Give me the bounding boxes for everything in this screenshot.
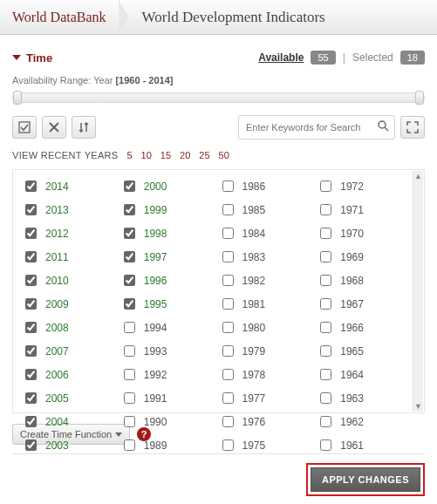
year-item[interactable]: 2010 xyxy=(18,271,117,289)
apply-changes-button[interactable]: APPLY CHANGES xyxy=(311,467,420,492)
year-checkbox[interactable] xyxy=(124,228,135,239)
slider-handle-left[interactable] xyxy=(13,91,22,105)
year-item[interactable]: 1991 xyxy=(117,389,215,407)
year-checkbox[interactable] xyxy=(320,345,331,357)
select-all-button[interactable] xyxy=(12,116,37,139)
year-item[interactable]: 1968 xyxy=(313,271,412,289)
year-checkbox[interactable] xyxy=(320,228,331,239)
search-icon[interactable] xyxy=(378,120,389,134)
recent-option[interactable]: 20 xyxy=(180,150,190,160)
expand-button[interactable] xyxy=(400,116,425,139)
recent-option[interactable]: 15 xyxy=(160,150,171,160)
recent-option[interactable]: 50 xyxy=(219,150,229,160)
year-checkbox[interactable] xyxy=(124,275,135,286)
year-item[interactable]: 2007 xyxy=(18,342,117,360)
year-checkbox[interactable] xyxy=(222,345,234,357)
year-item[interactable]: 1964 xyxy=(313,365,412,384)
scrollbar[interactable]: ▲ ▼ xyxy=(413,171,423,412)
year-item[interactable]: 1966 xyxy=(313,318,412,337)
year-checkbox[interactable] xyxy=(124,392,135,404)
year-item[interactable]: 1969 xyxy=(313,248,412,266)
year-checkbox[interactable] xyxy=(222,322,234,333)
search-input[interactable] xyxy=(244,121,378,133)
year-checkbox[interactable] xyxy=(222,416,234,427)
year-checkbox[interactable] xyxy=(222,180,234,192)
year-checkbox[interactable] xyxy=(320,392,331,404)
year-item[interactable]: 1962 xyxy=(313,412,412,431)
year-item[interactable]: 1979 xyxy=(215,342,314,360)
year-checkbox[interactable] xyxy=(25,322,37,333)
brand-title[interactable]: World DataBank xyxy=(0,0,119,34)
year-item[interactable]: 1994 xyxy=(117,318,215,337)
year-checkbox[interactable] xyxy=(320,275,331,286)
year-checkbox[interactable] xyxy=(25,251,37,262)
year-item[interactable]: 1975 xyxy=(215,436,314,454)
year-checkbox[interactable] xyxy=(124,251,135,262)
year-checkbox[interactable] xyxy=(320,439,331,451)
year-checkbox[interactable] xyxy=(222,392,234,404)
scroll-down-icon[interactable]: ▼ xyxy=(413,401,423,412)
year-item[interactable]: 1981 xyxy=(215,295,314,313)
collapse-icon[interactable] xyxy=(12,55,21,60)
year-checkbox[interactable] xyxy=(25,345,37,357)
year-checkbox[interactable] xyxy=(25,416,37,427)
year-item[interactable]: 1985 xyxy=(215,201,314,219)
recent-option[interactable]: 5 xyxy=(126,150,132,160)
year-item[interactable]: 1993 xyxy=(117,342,215,360)
year-checkbox[interactable] xyxy=(320,416,331,427)
year-item[interactable]: 1997 xyxy=(117,248,215,266)
year-checkbox[interactable] xyxy=(124,204,135,215)
year-item[interactable]: 2003 xyxy=(18,436,117,454)
year-item[interactable]: 2006 xyxy=(18,365,117,384)
year-checkbox[interactable] xyxy=(25,369,37,380)
year-item[interactable]: 1982 xyxy=(215,271,314,289)
year-item[interactable]: 1972 xyxy=(313,177,412,195)
year-checkbox[interactable] xyxy=(124,416,135,427)
year-checkbox[interactable] xyxy=(25,298,37,310)
year-checkbox[interactable] xyxy=(124,369,135,380)
year-checkbox[interactable] xyxy=(320,322,331,333)
year-checkbox[interactable] xyxy=(320,180,331,192)
year-checkbox[interactable] xyxy=(25,204,37,215)
year-item[interactable]: 1992 xyxy=(117,365,215,384)
year-item[interactable]: 1965 xyxy=(313,342,412,360)
year-item[interactable]: 2012 xyxy=(18,224,117,242)
year-item[interactable]: 2011 xyxy=(18,248,117,266)
year-item[interactable]: 1983 xyxy=(215,248,314,266)
year-checkbox[interactable] xyxy=(320,204,331,215)
recent-option[interactable]: 10 xyxy=(141,150,152,160)
year-checkbox[interactable] xyxy=(124,298,135,310)
year-item[interactable]: 1998 xyxy=(117,224,215,242)
year-item[interactable]: 1976 xyxy=(215,412,314,431)
year-checkbox[interactable] xyxy=(25,275,37,286)
year-checkbox[interactable] xyxy=(25,439,37,451)
year-item[interactable]: 1970 xyxy=(313,224,412,242)
year-checkbox[interactable] xyxy=(222,228,234,239)
year-checkbox[interactable] xyxy=(320,298,331,310)
year-item[interactable]: 2008 xyxy=(18,318,117,337)
year-item[interactable]: 2004 xyxy=(18,412,117,431)
year-item[interactable]: 1967 xyxy=(313,295,412,313)
year-item[interactable]: 2014 xyxy=(18,177,117,195)
year-checkbox[interactable] xyxy=(222,298,234,310)
year-checkbox[interactable] xyxy=(25,392,37,404)
year-item[interactable]: 1963 xyxy=(313,389,412,407)
year-checkbox[interactable] xyxy=(124,322,135,333)
year-item[interactable]: 1999 xyxy=(117,201,215,219)
year-checkbox[interactable] xyxy=(222,275,234,286)
year-checkbox[interactable] xyxy=(320,251,331,262)
year-item[interactable]: 1980 xyxy=(215,318,314,337)
sort-button[interactable] xyxy=(72,116,96,139)
year-item[interactable]: 1977 xyxy=(215,389,314,407)
year-checkbox[interactable] xyxy=(124,439,135,451)
clear-button[interactable] xyxy=(42,116,66,139)
year-item[interactable]: 1961 xyxy=(313,436,412,454)
scroll-up-icon[interactable]: ▲ xyxy=(413,171,423,181)
year-item[interactable]: 1995 xyxy=(117,295,215,313)
year-item[interactable]: 1986 xyxy=(215,177,314,195)
year-checkbox[interactable] xyxy=(124,345,135,357)
year-item[interactable]: 1996 xyxy=(117,271,215,289)
slider-handle-right[interactable] xyxy=(415,91,424,105)
year-checkbox[interactable] xyxy=(25,228,37,239)
year-item[interactable]: 2005 xyxy=(18,389,117,407)
